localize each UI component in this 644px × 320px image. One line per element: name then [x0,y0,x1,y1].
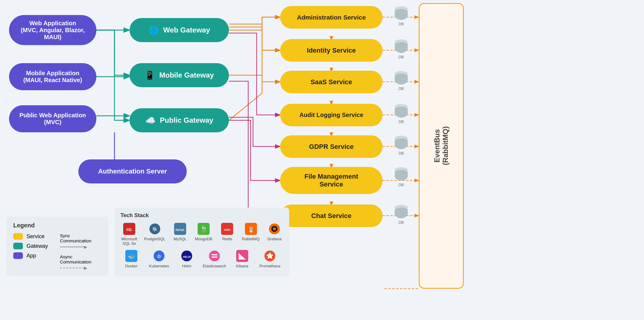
rabbitmq-icon: 🐰 [244,222,258,235]
elasticsearch-label: Elasticsearch [203,264,226,268]
svg-text:🐳: 🐳 [128,253,135,260]
web-gateway-node: 🌐 Web Gateway [130,18,229,42]
tech-grafana: Grafana [266,222,283,246]
tech-redis: redis Redis [218,222,236,246]
rabbitmq-label: RabbitMQ [242,237,260,241]
docker-label: Docker [125,264,137,268]
gdpr-service-label: GDPR Service [309,143,354,151]
eventbus-box: EventBus (RabbitMQ) [419,3,464,289]
saas-service-node: SaaS Service [280,71,383,93]
legend-box: Legend Service Gateway App Sync Commun [6,217,108,276]
docker-icon: 🐳 [125,249,138,263]
legend-async-item: Async Communication ▶ [60,254,101,270]
svg-text:🍃: 🍃 [200,226,208,233]
techstack-row2: 🐳 Docker ⚙ Kubernetes [120,249,283,268]
tech-postgresql: 🐘 PostgreSQL [144,222,165,246]
legend-sync-label: Sync Communication [60,233,101,243]
grafana-label: Grafana [267,237,281,241]
sqlserver-icon: SQL [123,222,136,235]
public-app-node: Public Web Application (MVC) [9,105,96,132]
svg-text:HELM: HELM [183,255,191,258]
web-gateway-label: Web Gateway [163,26,210,34]
saas-service-label: SaaS Service [311,78,352,86]
tech-mysql: MySQL MySQL [171,222,189,246]
db-admin: DB [395,9,408,26]
admin-service-node: Administration Service [280,6,383,29]
identity-service-node: Identity Service [280,39,383,62]
mysql-icon: MySQL [174,222,187,235]
legend-app-label: App [27,253,36,259]
svg-rect-46 [211,254,217,255]
helm-icon: HELM [180,249,193,263]
db-filemgmt: DB [395,170,408,187]
svg-point-38 [273,227,276,230]
public-gateway-node: ☁️ Public Gateway [130,108,229,132]
sqlserver-label: Microsoft SQL Se [120,237,138,246]
legend-gateway-color [13,243,23,249]
audit-service-label: Audit Logging Service [299,112,363,118]
auth-server-node: Authentication Server [78,159,187,183]
tech-elasticsearch: Elasticsearch [204,249,225,268]
kubernetes-label: Kubernetes [149,264,169,268]
svg-line-9 [229,93,262,120]
legend-title: Legend [13,222,101,229]
auth-server-label: Authentication Server [98,168,167,175]
postgresql-label: PostgreSQL [144,237,165,241]
db-chat: DB [395,208,408,225]
legend-app-item: App [13,252,48,259]
mongodb-label: MongoDB [195,237,212,241]
techstack-box: Tech Stack SQL Microsoft SQL Se 🐘 [114,208,289,277]
tech-docker: 🐳 Docker [120,249,142,268]
kibana-label: Kibana [236,264,248,268]
legend-async-label: Async Communication [60,254,101,264]
legend-service-item: Service [13,233,48,240]
diagram-container: Web Application (MVC, Angular, Blazor, M… [0,0,644,320]
legend-gateway-item: Gateway [13,243,48,249]
public-gateway-label: Public Gateway [160,116,213,125]
tech-prometheus: Prometheus [259,249,281,268]
tech-sqlserver: SQL Microsoft SQL Se [120,222,138,246]
tech-mongodb: 🍃 MongoDB [195,222,212,246]
web-app-label: Web Application (MVC, Angular, Blazor, M… [16,20,89,41]
helm-label: Helm [182,264,191,268]
admin-service-label: Administration Service [297,14,366,21]
web-gateway-icon: 🌐 [148,25,159,35]
tech-kibana: Kibana [231,249,253,268]
filemgmt-service-node: File Management Service [280,167,383,194]
elasticsearch-icon [208,249,221,263]
mobile-gateway-label: Mobile Gateway [159,71,214,79]
svg-text:⚙: ⚙ [157,254,161,259]
mobile-app-node: Mobile Application (MAUI, React Native) [9,63,96,90]
svg-text:MySQL: MySQL [176,228,185,231]
identity-service-label: Identity Service [307,47,356,54]
public-app-label: Public Web Application (MVC) [19,112,86,126]
svg-rect-48 [236,250,248,262]
redis-label: Redis [222,237,232,241]
tech-rabbitmq: 🐰 RabbitMQ [242,222,260,246]
eventbus-label: EventBus (RabbitMQ) [433,126,450,165]
filemgmt-service-label: File Management Service [305,173,358,188]
svg-text:🐘: 🐘 [152,227,158,232]
mysql-label: MySQL [174,237,186,241]
svg-point-45 [209,251,220,261]
kubernetes-icon: ⚙ [152,249,166,263]
svg-text:🐰: 🐰 [248,226,255,233]
legend-sync-item: Sync Communication ▶ [60,233,101,249]
db-saas: DB [395,74,408,91]
kibana-icon [236,249,249,263]
svg-text:redis: redis [224,228,231,231]
techstack-row1: SQL Microsoft SQL Se 🐘 PostgreSQL [120,222,283,246]
postgresql-icon: 🐘 [148,222,161,235]
legend-service-label: Service [27,233,45,240]
prometheus-icon [263,249,277,263]
db-gdpr: DB [395,138,408,155]
chat-service-label: Chat Service [311,212,351,220]
public-gateway-icon: ☁️ [145,115,156,125]
svg-text:SQL: SQL [126,228,133,231]
mobile-app-label: Mobile Application (MAUI, React Native) [23,70,82,84]
gdpr-service-node: GDPR Service [280,135,383,158]
tech-helm: HELM Helm [176,249,198,268]
mongodb-icon: 🍃 [197,222,210,235]
legend-service-color [13,233,23,240]
tech-kubernetes: ⚙ Kubernetes [148,249,170,268]
